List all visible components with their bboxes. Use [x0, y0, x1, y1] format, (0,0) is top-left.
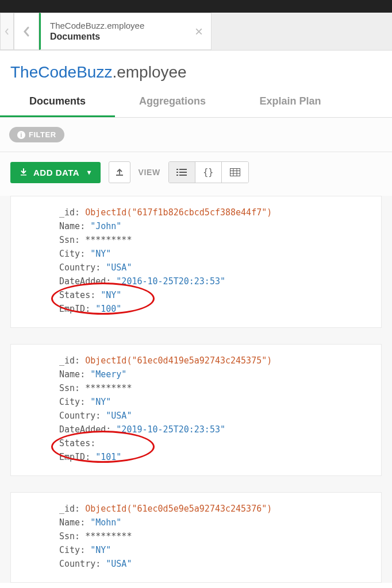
document-field: _id: ObjectId("61ec0d5e9e5a92743c245376"… — [59, 502, 371, 516]
filter-label: FILTER — [29, 130, 56, 139]
colon: : — [80, 249, 90, 259]
tab-documents[interactable]: Documents — [0, 87, 115, 117]
colon: : — [75, 235, 85, 245]
add-data-label: ADD DATA — [33, 168, 79, 177]
back-button[interactable] — [14, 13, 39, 50]
colon: : — [80, 545, 90, 555]
document-field: DateAdded: "2019-10-25T20:23:53" — [59, 423, 371, 436]
nav-handle[interactable] — [0, 13, 14, 50]
view-list-button[interactable] — [169, 162, 195, 183]
field-key: City — [59, 249, 80, 259]
chevron-down-icon: ▾ — [87, 168, 91, 176]
field-key: Ssn — [59, 531, 75, 541]
view-mode-group: {} — [168, 161, 249, 183]
tab-explain-plan[interactable]: Explain Plan — [230, 87, 351, 117]
document-field: Ssn: ********* — [59, 381, 371, 395]
svg-rect-0 — [176, 169, 178, 170]
document-field: City: "NY" — [59, 543, 371, 557]
documents-list: _id: ObjectId("617f1b826cbcd5cf388e44f7"… — [0, 196, 392, 583]
field-key: EmpID — [59, 304, 85, 314]
svg-rect-4 — [176, 175, 178, 176]
document-field: Name: "Mohn" — [59, 516, 371, 529]
field-key: States — [59, 438, 90, 448]
field-value: "NY" — [90, 249, 111, 259]
braces-icon: {} — [203, 167, 213, 177]
colon: : — [95, 559, 106, 569]
chevron-left-small-icon — [5, 28, 9, 36]
svg-rect-6 — [230, 169, 240, 176]
namespace-collection: .employee — [112, 63, 186, 81]
filter-pill[interactable]: i FILTER — [9, 127, 64, 142]
field-key: City — [59, 397, 80, 407]
filter-bar[interactable]: i FILTER — [0, 118, 392, 152]
field-value: "2016-10-25T20:23:53" — [116, 276, 225, 287]
tab-aggregations[interactable]: Aggregations — [115, 87, 230, 117]
colon: : — [75, 531, 85, 541]
field-value: "USA" — [106, 559, 132, 569]
field-value: "USA" — [106, 262, 132, 273]
namespace-db: TheCodeBuzz — [10, 63, 112, 81]
view-tabs: Documents Aggregations Explain Plan — [0, 87, 392, 118]
colon: : — [75, 383, 85, 393]
colon: : — [75, 504, 85, 514]
field-value-masked: ********* — [85, 531, 132, 541]
namespace-header: TheCodeBuzz.employee — [0, 51, 392, 87]
view-table-button[interactable] — [222, 162, 248, 183]
field-value-objectid: ObjectId("617f1b826cbcd5cf388e44f7") — [85, 207, 272, 218]
field-value: "John" — [90, 221, 121, 231]
field-value: "Mohn" — [90, 517, 121, 528]
field-value: "100" — [95, 304, 121, 314]
document-card[interactable]: _id: ObjectId("61ec0d419e5a92743c245375"… — [10, 344, 382, 476]
document-field: Ssn: ********* — [59, 233, 371, 247]
field-key: _id — [59, 504, 75, 514]
close-icon[interactable]: × — [195, 24, 203, 40]
field-value: "USA" — [106, 411, 132, 421]
field-value: "NY" — [90, 397, 111, 407]
colon: : — [106, 424, 116, 435]
colon: : — [90, 290, 101, 300]
field-value: "2019-10-25T20:23:53" — [116, 424, 225, 435]
add-data-button[interactable]: ADD DATA ▾ — [10, 162, 101, 183]
svg-rect-2 — [176, 172, 178, 173]
download-icon — [20, 168, 28, 176]
table-icon — [230, 168, 240, 176]
document-field: Name: "John" — [59, 219, 371, 233]
document-field: City: "NY" — [59, 247, 371, 261]
field-value: "Meery" — [90, 369, 126, 380]
field-key: Country — [59, 262, 95, 273]
field-key: Name — [59, 369, 80, 380]
field-key: Name — [59, 221, 80, 231]
colon: : — [85, 452, 95, 462]
document-field: Country: "USA" — [59, 557, 371, 571]
document-field: Ssn: ********* — [59, 529, 371, 543]
document-field: Country: "USA" — [59, 261, 371, 274]
field-value-objectid: ObjectId("61ec0d419e5a92743c245375") — [85, 355, 272, 366]
collection-tab[interactable]: TheCodeBuzz.employee Documents × — [39, 13, 212, 50]
field-key: Country — [59, 559, 95, 569]
document-field: EmpID: "100" — [59, 302, 371, 316]
tab-bar: TheCodeBuzz.employee Documents × — [0, 13, 392, 51]
field-key: Ssn — [59, 235, 75, 245]
export-button[interactable] — [109, 161, 130, 183]
colon: : — [90, 438, 95, 448]
field-key: DateAdded — [59, 276, 106, 287]
colon: : — [95, 262, 106, 273]
document-card[interactable]: _id: ObjectId("61ec0d5e9e5a92743c245376"… — [10, 492, 382, 583]
svg-rect-3 — [179, 172, 187, 173]
field-value-masked: ********* — [85, 235, 132, 245]
document-card[interactable]: _id: ObjectId("617f1b826cbcd5cf388e44f7"… — [10, 196, 382, 328]
colon: : — [75, 355, 85, 366]
colon: : — [75, 207, 85, 218]
view-json-button[interactable]: {} — [195, 162, 222, 183]
colon: : — [80, 221, 90, 231]
colon: : — [106, 276, 116, 287]
document-field: States: — [59, 436, 371, 450]
document-field: Country: "USA" — [59, 409, 371, 423]
tab-title: TheCodeBuzz.employee — [50, 21, 144, 30]
colon: : — [95, 411, 106, 421]
document-field: Name: "Meery" — [59, 368, 371, 381]
toolbar: ADD DATA ▾ VIEW {} — [0, 152, 392, 196]
document-field: EmpID: "101" — [59, 450, 371, 464]
field-key: City — [59, 545, 80, 555]
colon: : — [80, 517, 90, 528]
